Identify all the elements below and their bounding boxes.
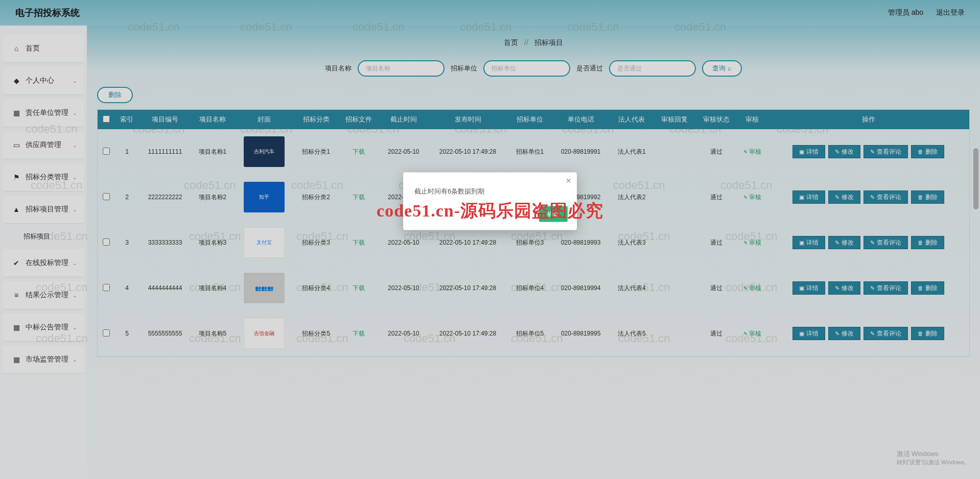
modal-overlay[interactable] xyxy=(0,0,980,479)
alert-dialog: ✕ 截止时间有6条数据到期 确定 xyxy=(403,172,577,230)
dialog-message: 截止时间有6条数据到期 xyxy=(414,186,568,196)
close-icon[interactable]: ✕ xyxy=(566,176,572,184)
dialog-ok-button[interactable]: 确定 xyxy=(539,206,568,222)
